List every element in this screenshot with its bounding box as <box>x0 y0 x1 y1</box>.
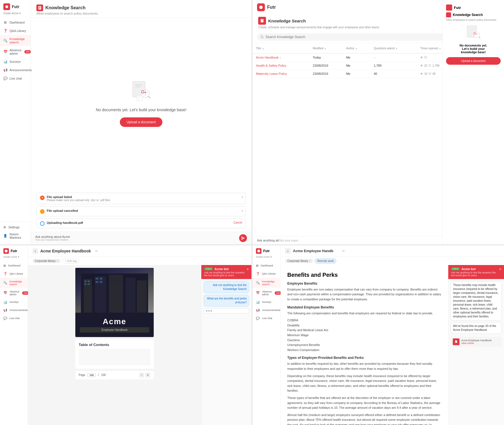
panel3-nav-knowledge[interactable]: 🔍 Knowledge search <box>0 278 28 288</box>
sidebar-item-surveys-label: Surveys <box>10 60 21 63</box>
section-body-6: Almost half the (medium and large) emplo… <box>287 413 441 425</box>
panel4-doc-title-input[interactable] <box>293 249 340 253</box>
sidebar-item-absence-label: Absence admin <box>10 48 22 55</box>
notif-warning-close[interactable]: × <box>241 209 243 213</box>
announcements-icon: 📢 <box>3 68 7 72</box>
panel4-chat-ref-title: Acme Employee Handbook <box>461 339 492 342</box>
zoom-in-button[interactable]: + <box>145 373 150 378</box>
panel2-empty-icon <box>465 25 482 41</box>
sidebar-item-livechat[interactable]: 💬 Live chat <box>0 74 31 83</box>
panel1-header: Knowledge Search Allow employees to sear… <box>31 0 251 18</box>
panel4-nav-dashboard[interactable]: ⊞ Dashboard <box>253 262 280 270</box>
panel2-sidebar-empty-text: No documents yet.Let's build yourknowled… <box>459 44 487 54</box>
panel4-chat-close[interactable]: × <box>499 267 501 271</box>
doc-cover-page: Acme Employee Handbook <box>75 268 154 337</box>
panel3-nav-absence[interactable]: 📅 Absence admin ON <box>0 288 28 298</box>
notifications-area: ✕ File upload failed Please make sure yo… <box>31 189 251 232</box>
panel4-absence-icon: 📅 <box>256 291 260 295</box>
col-modified: Modified▲ <box>309 43 343 54</box>
panel-top-left: Futr Inside Acme ⊞ Dashboard ❓ Q&A Libra… <box>0 0 251 244</box>
sidebar-item-absence[interactable]: 📅 Absence admin ON <box>0 46 31 57</box>
doc-link-2[interactable]: Health & Safety Policy <box>256 64 286 67</box>
panel4-nav-livechat[interactable]: 💬 Live chat <box>253 314 280 322</box>
panel3-absence-badge: ON <box>22 291 29 295</box>
panel4-surveys-icon: 📊 <box>256 300 260 304</box>
svg-point-23 <box>476 34 477 34</box>
panel1-title: Knowledge Search <box>45 5 85 10</box>
panel3-nav-qa[interactable]: ❓ Q&A Library <box>0 270 28 278</box>
cell-questions-3: 40 <box>370 70 417 78</box>
panel4-nav-surveys[interactable]: 📊 Surveys <box>253 298 280 306</box>
panel3-chat-close[interactable]: × <box>247 267 249 271</box>
doc-title-input[interactable] <box>40 249 93 253</box>
panel2-sidebar-icon <box>446 4 452 11</box>
svg-line-20 <box>263 38 263 38</box>
settings-nav-item[interactable]: ⚙ Settings <box>0 224 31 231</box>
panel4-back-button[interactable]: ‹ <box>285 248 291 254</box>
panel3-dashboard-icon: ⊞ <box>3 264 6 268</box>
footer-total: 100 <box>101 373 106 377</box>
panel4-document-text[interactable]: Benefits and Perks Employee Benefits Emp… <box>281 265 448 425</box>
sidebar-item-knowledge[interactable]: 🔍 Knowledge search <box>0 35 31 46</box>
svg-point-0 <box>5 5 8 8</box>
section-body-2: COBRA Disability Family and Medical Leav… <box>287 318 441 352</box>
upload-document-button[interactable]: Upload a document <box>120 117 162 127</box>
notif-info-content: Uploading handbook.pdf <box>47 221 83 224</box>
inside-acme-label[interactable]: Inside Acme <box>0 12 31 18</box>
panel3-nav-dashboard[interactable]: ⊞ Dashboard <box>0 262 28 270</box>
panel4-nav-announcements[interactable]: 📢 Announcements <box>253 306 280 314</box>
panel2-brand: Futr <box>267 5 276 10</box>
panel4-chat-ref-link[interactable]: View online <box>461 342 492 345</box>
footer-page-input[interactable] <box>87 373 96 377</box>
surveys-icon: 📊 <box>3 60 7 64</box>
user-profile-item[interactable]: 👤 Noemi Martinez <box>0 231 31 241</box>
sidebar-item-qa[interactable]: ❓ Q&A Library <box>0 27 31 35</box>
panel3-absence-icon: 📅 <box>3 291 7 295</box>
panel2-chat-sub: Test your exper... <box>279 239 300 242</box>
doc-link-3[interactable]: Maternity Leave Policy <box>256 72 287 75</box>
panel3-nav-livechat[interactable]: 💬 Live chat <box>0 314 28 322</box>
acme-cover-text: Acme Employee Handbook <box>75 313 154 337</box>
acme-cover-subtitle: Employee Handbook <box>80 327 149 333</box>
panel3-inside-acme[interactable]: Inside Acme <box>0 256 28 262</box>
panel4-nav-absence[interactable]: 📅 Absence admin ON <box>253 288 280 298</box>
panel3-nav-announcements[interactable]: 📢 Announcements <box>0 306 28 314</box>
col-title: Title▲ <box>253 43 309 54</box>
col-questions: Questions asked▲ <box>370 43 417 54</box>
panel4-doc-header: ‹ ✏ <box>281 245 504 257</box>
empty-state: No documents yet. Let's build your knowl… <box>31 18 251 189</box>
panel4-inside-acme[interactable]: Inside Acme <box>253 256 280 262</box>
user-icon: 👤 <box>3 234 7 238</box>
panel-top-right: Futr ☰ Knowledge Search Create, schedule… <box>253 0 504 244</box>
cover-building-image <box>75 268 154 313</box>
sidebar-item-announcements[interactable]: 📢 Announcements <box>0 66 31 74</box>
doc-page-area[interactable]: Acme Employee Handbook Table of Contents… <box>28 265 201 425</box>
sidebar-item-dashboard-label: Dashboard <box>10 21 25 24</box>
add-tag-button[interactable]: + Add tag <box>62 259 79 263</box>
panel3-main: ‹ ✏ Corporate library × + Add tag <box>28 245 251 425</box>
section-body-4: Depending on the company, these benefits… <box>287 374 441 393</box>
chat-send-icon[interactable] <box>239 234 247 242</box>
panel4-tag-corporate-remove[interactable]: × <box>309 259 311 263</box>
panel4-chat-status-badge: online <box>451 267 460 270</box>
sidebar-item-knowledge-label: Knowledge search <box>10 37 27 44</box>
dashboard-icon: ⊞ <box>3 20 7 24</box>
panel2-sidebar-upload-btn[interactable]: Upload a document <box>446 57 501 65</box>
panel-bottom-left: Futr Inside Acme ⊞ Dashboard ❓ Q&A Libra… <box>0 245 251 425</box>
warning-icon: ! <box>40 209 45 214</box>
tag-corporate-remove[interactable]: × <box>57 259 58 263</box>
sidebar-item-surveys[interactable]: 📊 Surveys <box>0 57 31 66</box>
back-button[interactable]: ‹ <box>32 248 38 254</box>
panel2-sidebar-logo: Futr <box>446 4 501 11</box>
notif-error-close[interactable]: × <box>241 195 243 199</box>
panel4-nav-knowledge[interactable]: 🔍 Knowledge search <box>253 278 280 288</box>
panel3-nav-surveys[interactable]: 📊 Surveys <box>0 298 28 306</box>
edit-icon[interactable]: ✏ <box>95 249 98 253</box>
zoom-out-button[interactable]: − <box>139 373 144 378</box>
sidebar-item-dashboard[interactable]: ⊞ Dashboard <box>0 18 31 27</box>
notif-cancel-button[interactable]: Cancel <box>234 221 242 224</box>
panel4-nav-qa[interactable]: ❓ Q&A Library <box>253 270 280 278</box>
svg-rect-34 <box>88 280 90 282</box>
doc-link-1[interactable]: Acme Handbook <box>256 56 279 59</box>
panel4-edit-icon[interactable]: ✏ <box>342 249 345 253</box>
